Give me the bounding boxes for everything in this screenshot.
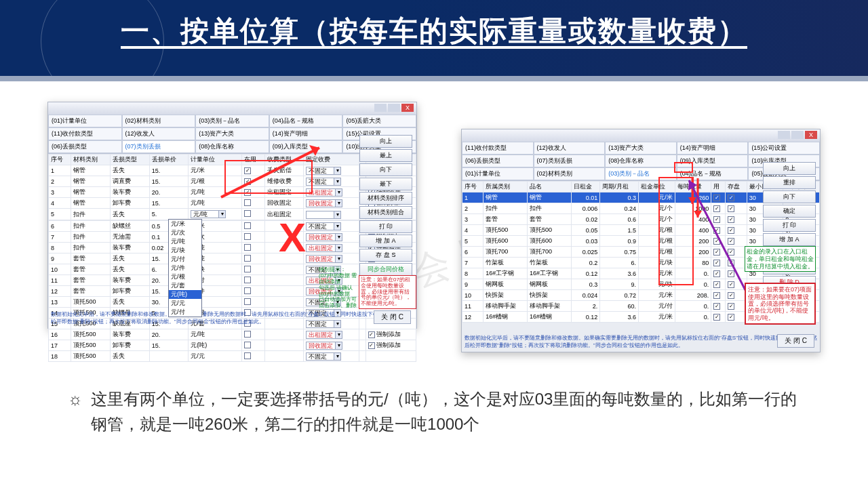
checkbox[interactable]: [244, 287, 251, 294]
side-button[interactable]: 最下: [359, 178, 412, 190]
checkbox[interactable]: [244, 277, 251, 283]
tab-item[interactable]: (06)丢损类型: [462, 155, 534, 167]
win-close-icon[interactable]: X: [401, 104, 414, 112]
win-max-icon[interactable]: [388, 104, 400, 112]
checkbox[interactable]: [244, 222, 251, 229]
side-button[interactable]: 打 印: [359, 220, 412, 233]
checkbox[interactable]: ✓: [728, 227, 734, 234]
win-max-icon[interactable]: [791, 131, 804, 139]
tab-item[interactable]: (04)品名－规格: [269, 115, 343, 127]
table-row[interactable]: 18顶托500丢失元/元不固定▾: [49, 351, 416, 362]
checkbox[interactable]: ✓: [728, 249, 734, 256]
checkbox[interactable]: ✓: [368, 331, 375, 338]
dropdown-option[interactable]: 元(吨): [169, 290, 201, 299]
side-button[interactable]: 最上: [359, 149, 412, 162]
win-close-icon[interactable]: X: [805, 131, 817, 139]
dropdown-option[interactable]: 元/付: [169, 308, 201, 317]
tab-item[interactable]: (03)类别－品名: [195, 115, 269, 127]
checkbox[interactable]: [244, 352, 251, 359]
checkbox[interactable]: [244, 331, 251, 338]
checkbox[interactable]: ✓: [713, 205, 720, 212]
checkbox[interactable]: [244, 210, 251, 217]
checkbox[interactable]: ✓: [728, 260, 734, 266]
checkbox[interactable]: ✓: [368, 342, 375, 349]
checkbox[interactable]: [244, 244, 251, 251]
dropdown-option[interactable]: 元/元: [169, 299, 201, 308]
tab-item[interactable]: (07)类别丢损: [122, 140, 196, 153]
checkbox[interactable]: ✓: [728, 205, 734, 212]
tab-item[interactable]: (14)资产明细: [269, 127, 343, 140]
tab-item[interactable]: (09)入库类型: [677, 155, 749, 167]
checkbox[interactable]: ✓: [728, 314, 734, 321]
tab-item[interactable]: (07)类别丢损: [534, 155, 606, 167]
checkbox[interactable]: ✓: [713, 216, 720, 223]
checkbox[interactable]: [244, 266, 251, 272]
side-button[interactable]: 确定: [763, 205, 816, 218]
tab-item[interactable]: (12)收发人: [122, 127, 196, 140]
unit-dropdown[interactable]: 元/吨▾: [191, 210, 226, 218]
tab-item[interactable]: (03)类别－品名: [605, 167, 677, 180]
checkbox[interactable]: ✓: [244, 189, 251, 196]
checkbox[interactable]: ✓: [713, 292, 720, 299]
checkbox[interactable]: ✓: [713, 227, 720, 234]
table-row[interactable]: 17顶托500卸车费15.元(吨)回收固定▾✓ 强制添加: [49, 340, 416, 351]
side-button[interactable]: 向上: [359, 135, 412, 148]
side-button[interactable]: 存 盘 S: [359, 249, 412, 262]
checkbox[interactable]: [244, 298, 251, 305]
tab-item[interactable]: (11)收付款类型: [462, 142, 534, 155]
fee-type-dropdown[interactable]: 出租固定▾: [306, 331, 342, 339]
side-button[interactable]: 向下: [359, 163, 412, 176]
side-button[interactable]: 同步合同价格: [359, 263, 412, 276]
fee-type-dropdown[interactable]: 回收固定▾: [306, 233, 342, 241]
tab-item[interactable]: (01)计量单位: [462, 167, 534, 180]
dropdown-option[interactable]: 元/付: [169, 255, 201, 264]
checkbox[interactable]: ✓: [713, 195, 720, 201]
tab-item[interactable]: (14)资产明细: [677, 142, 749, 155]
checkbox[interactable]: ✓: [728, 270, 734, 277]
dropdown-option[interactable]: 元/件: [169, 264, 201, 272]
checkbox[interactable]: ✓: [728, 195, 734, 201]
win-min-icon[interactable]: [374, 104, 387, 112]
side-button[interactable]: 向下: [763, 190, 816, 203]
checkbox[interactable]: ✓: [728, 303, 734, 310]
fee-type-dropdown[interactable]: 不固定▾: [306, 167, 341, 175]
tab-item[interactable]: (02)材料类别: [122, 115, 196, 127]
dropdown-option[interactable]: 元/根: [169, 272, 201, 281]
checkbox[interactable]: ✓: [728, 216, 734, 223]
fee-type-dropdown[interactable]: 不固定▾: [306, 222, 341, 230]
tab-item[interactable]: (12)收发人: [534, 142, 606, 155]
tab-item[interactable]: (15)公司设置: [748, 142, 820, 155]
unit-dropdown-list[interactable]: 元/米元/次元/吨元/块元/付元/件元/根元/套元(吨)元/元元/付: [168, 219, 202, 317]
checkbox[interactable]: ✓: [713, 249, 720, 256]
tab-item[interactable]: (13)资产大类: [605, 142, 677, 155]
tab-item[interactable]: (08)仓库名称: [605, 155, 677, 167]
fee-type-dropdown[interactable]: 出租固定▾: [306, 188, 342, 197]
dropdown-option[interactable]: 元/块: [169, 246, 201, 255]
tab-item[interactable]: (01)计量单位: [48, 115, 122, 127]
fee-type-dropdown[interactable]: ▾: [306, 211, 341, 219]
checkbox[interactable]: ✓: [728, 281, 734, 288]
side-button[interactable]: 增 加 A: [359, 235, 412, 247]
checkbox[interactable]: [244, 233, 251, 240]
tab-item[interactable]: (09)入库类型: [269, 140, 343, 153]
checkbox[interactable]: ✓: [713, 238, 720, 245]
checkbox[interactable]: ✓: [713, 303, 720, 310]
fee-type-dropdown[interactable]: 不固定▾: [306, 352, 341, 361]
checkbox[interactable]: ✓: [713, 314, 720, 321]
tab-item[interactable]: (06)丢损类型: [48, 140, 122, 153]
tab-item[interactable]: (02)材料类别: [534, 167, 606, 180]
checkbox[interactable]: ✓: [244, 178, 251, 185]
dropdown-option[interactable]: 元/次: [169, 228, 201, 237]
checkbox[interactable]: ✓: [713, 281, 720, 288]
checkbox[interactable]: ✓: [713, 260, 720, 266]
checkbox[interactable]: ✓: [713, 270, 720, 277]
dropdown-option[interactable]: 元/套: [169, 281, 201, 290]
side-button[interactable]: 打 印: [763, 219, 816, 232]
close-button[interactable]: 关 闭 C: [777, 334, 814, 348]
checkbox[interactable]: ✓: [728, 238, 734, 245]
side-button[interactable]: 增 加 A: [763, 233, 816, 246]
tab-item[interactable]: (08)仓库名称: [195, 140, 269, 153]
fee-type-dropdown[interactable]: 回收固定▾: [306, 342, 342, 350]
table-row[interactable]: 16顶托500装车费20.元/吨出租固定▾✓ 强制添加: [49, 329, 416, 340]
fee-type-dropdown[interactable]: 回收固定▾: [306, 199, 342, 207]
